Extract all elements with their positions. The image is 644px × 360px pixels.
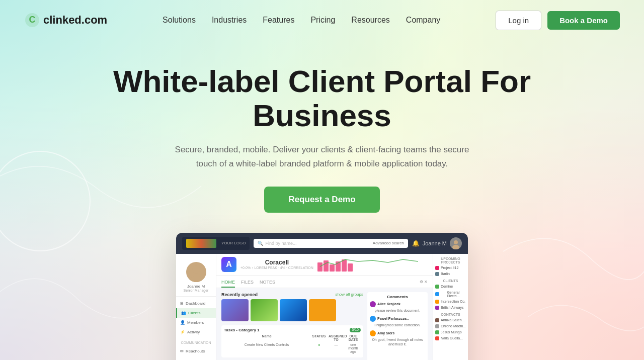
advanced-search: Advanced search: [373, 241, 404, 245]
client-item-1: Demine: [435, 285, 466, 289]
sidebar-user-role: Senior Manager: [178, 289, 214, 292]
tasks-badge: 5/10: [350, 328, 361, 332]
svg-point-5: [190, 276, 202, 282]
project-stats: +0.0% ↑ LOREM PEAK · 4% · CORRELATION: [240, 266, 313, 269]
user-avatar-sidebar: [186, 262, 206, 282]
contact-2-dot: [435, 324, 439, 328]
comments-panel: Comments Alice Krajicek please review th…: [367, 292, 428, 360]
sidebar-item-reachouts[interactable]: ✉ Reachouts: [176, 346, 216, 356]
dashboard-content: Recently opened show all groups Tasks - …: [216, 288, 433, 360]
svg-rect-6: [317, 262, 323, 272]
card-2[interactable]: [251, 299, 278, 321]
comment-1-user: Alice Krajicek: [370, 301, 425, 307]
comment-2: Pawel Parlaszcze... I highlighted some c…: [370, 316, 425, 327]
project-item-1: Project #12: [435, 266, 466, 270]
comment-1-name: Alice Krajicek: [377, 302, 400, 306]
nav-solutions[interactable]: Solutions: [163, 16, 196, 24]
tasks-header: Tasks - Category 1 5/10: [224, 328, 361, 332]
comment-3: Amy Siers Oh goot, I went through all no…: [370, 330, 425, 346]
nav-industries[interactable]: Industries: [212, 16, 247, 24]
svg-point-3: [452, 245, 459, 249]
show-all-link[interactable]: show all groups: [335, 292, 363, 297]
contact-4-label: Naila Guella...: [441, 336, 463, 340]
hero-title: White-label Client Portal For Business: [96, 64, 548, 133]
task-row-1[interactable]: Create New Clients Controls ● — one mont…: [224, 343, 361, 353]
logo-link[interactable]: C clinked.com: [24, 12, 107, 28]
card-3[interactable]: [280, 299, 307, 321]
nav-links: Solutions Industries Features Pricing Re…: [163, 16, 440, 25]
user-name-top: Joanne M: [423, 240, 447, 246]
contact-1-label: Annika Stueh...: [441, 318, 464, 322]
task-column-headers: Name STATUS ASSIGNED TO DUE DATE: [224, 334, 361, 341]
project-logo: A: [221, 257, 236, 272]
card-4[interactable]: [309, 299, 336, 321]
nav-resources[interactable]: Resources: [351, 16, 389, 24]
book-demo-button[interactable]: Book a Demo: [547, 11, 620, 30]
task-1-date: one month ago: [346, 343, 361, 353]
col-date: DUE DATE: [346, 334, 361, 341]
comments-header: Comments: [370, 295, 425, 299]
dashboard-main: A Coracell +0.0% ↑ LOREM PEAK · 4% · COR…: [216, 254, 433, 360]
dash-logo: YOUR LOGO: [182, 237, 250, 250]
clients-title: CLIENTS: [435, 279, 466, 283]
dashboard-icon: ⊞: [180, 301, 184, 306]
comment-3-text: Oh goot, I went through all notes and fi…: [370, 337, 425, 346]
comment-2-text: I highlighted some correction.: [370, 323, 425, 327]
comment-1: Alice Krajicek please review this docume…: [370, 301, 425, 313]
hero-subtitle: Secure, branded, mobile. Deliver your cl…: [171, 143, 473, 170]
upcoming-projects-title: UPCOMING PROJECTS: [435, 257, 466, 264]
client-item-2: General Electri...: [435, 291, 466, 298]
project-name: Coracell: [240, 259, 313, 266]
your-logo: [186, 239, 216, 248]
project-2-dot: [435, 272, 439, 276]
contact-item-3: Jesus Mungo: [435, 330, 466, 334]
comment-3-avatar: [370, 330, 376, 336]
comment-2-user: Pawel Parlaszcze...: [370, 316, 425, 322]
comment-3-name: Amy Siers: [377, 331, 394, 335]
client-2-dot: [435, 292, 439, 296]
col-status: STATUS: [311, 334, 327, 341]
dashboard-topbar: YOUR LOGO 🔍 Find by name... Advanced sea…: [176, 233, 468, 254]
svg-point-2: [454, 240, 458, 244]
card-1[interactable]: [221, 299, 249, 321]
nav-features[interactable]: Features: [263, 16, 294, 24]
sidebar-label-reachouts: Reachouts: [186, 349, 205, 353]
svg-point-4: [192, 265, 200, 274]
nav-company[interactable]: Company: [406, 16, 440, 24]
dashboard-sidebar: Joanne M Senior Manager ⊞ Dashboard 👥 Cl…: [176, 254, 216, 360]
comment-1-avatar: [370, 301, 376, 307]
sidebar-item-clients[interactable]: 👥 Clients: [176, 308, 216, 318]
tab-home[interactable]: HOME: [221, 278, 235, 288]
recently-opened-title: Recently opened: [221, 292, 258, 297]
comments-list: Comments Alice Krajicek please review th…: [367, 292, 428, 360]
contact-1-dot: [435, 318, 439, 322]
tab-notes[interactable]: NOTES: [260, 278, 275, 288]
sidebar-label-members: Members: [187, 320, 204, 325]
reachouts-icon: ✉: [180, 349, 184, 353]
client-item-4: British Airways: [435, 306, 466, 310]
client-3-label: Intersection Co.: [441, 300, 465, 303]
sidebar-label-dashboard: Dashboard: [186, 301, 205, 306]
sidebar-item-members[interactable]: 👤 Members: [176, 318, 216, 327]
sidebar-item-dashboard[interactable]: ⊞ Dashboard: [176, 299, 216, 308]
svg-text:C: C: [29, 15, 36, 25]
sidebar-item-activity[interactable]: ⚡ Activity: [176, 327, 216, 337]
login-button[interactable]: Log in: [496, 11, 541, 30]
search-icon: 🔍: [258, 241, 263, 246]
client-item-3: Intersection Co.: [435, 300, 466, 304]
nav-pricing[interactable]: Pricing: [310, 16, 335, 24]
hero-section: White-label Client Portal For Business S…: [0, 40, 644, 360]
dashboard-search[interactable]: 🔍 Find by name... Advanced search: [254, 239, 408, 248]
svg-rect-10: [342, 259, 347, 272]
contact-item-4: Naila Guella...: [435, 336, 466, 340]
sidebar-section-communication: COMMUNICATION: [176, 339, 216, 346]
tab-files[interactable]: FILES: [241, 278, 254, 288]
tasks-title: Tasks - Category 1: [224, 328, 260, 332]
project-chart: [317, 257, 428, 272]
client-3-dot: [435, 300, 439, 304]
contact-item-1: Annika Stueh...: [435, 318, 466, 322]
user-profile-sidebar: Joanne M Senior Manager: [176, 258, 216, 297]
request-demo-button[interactable]: Request a Demo: [264, 187, 379, 213]
tab-actions: ⚙ ✕: [420, 278, 428, 288]
col-assigned: ASSIGNED TO: [329, 334, 344, 341]
